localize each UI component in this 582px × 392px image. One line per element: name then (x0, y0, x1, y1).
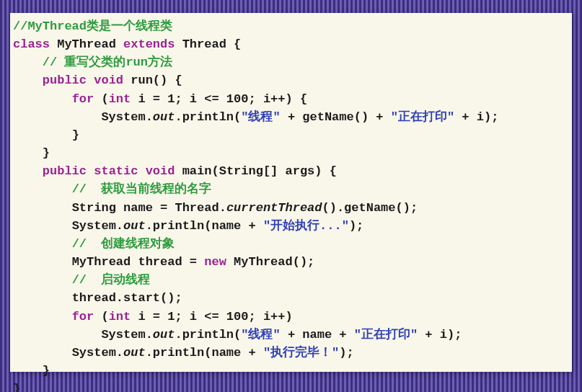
indent (13, 201, 72, 215)
code-text: Thread { (175, 37, 241, 51)
code-text: ); (339, 346, 353, 360)
keyword: static (94, 164, 138, 178)
code-text: i = 1; i <= 100; i++) (131, 310, 292, 324)
keyword: for (72, 310, 94, 324)
comment: // 启动线程 (72, 273, 151, 287)
code-line: public static void main(String[] args) { (13, 162, 569, 180)
string-literal: "执行完毕！" (263, 346, 339, 360)
keyword: void (94, 74, 123, 87)
indent (13, 128, 72, 142)
code-text: System. (72, 346, 123, 360)
code-text: } (43, 364, 50, 378)
indent (13, 346, 72, 360)
code-text: ().getName(); (322, 201, 418, 215)
code-line: thread.start(); (13, 289, 569, 307)
code-line: System.out.println(name + "执行完毕！"); (13, 344, 569, 362)
code-text: System. (101, 110, 152, 124)
indent (13, 55, 43, 69)
keyword: public (43, 74, 87, 87)
indent (13, 182, 72, 196)
string-literal: "开始执行..." (263, 219, 349, 233)
code-line: for (int i = 1; i <= 100; i++) { (13, 90, 569, 108)
code-text (87, 74, 94, 87)
code-line: } (13, 362, 569, 380)
indent (13, 255, 72, 269)
string-literal: "正在打印" (391, 110, 454, 124)
code-line: String name = Thread.currentThread().get… (13, 199, 569, 217)
keyword: void (146, 164, 175, 178)
code-text (87, 164, 94, 178)
code-text: .println(name + (146, 219, 263, 233)
code-text: + i); (454, 110, 498, 124)
code-text: ( (94, 92, 108, 106)
code-text: main(String[] args) { (175, 164, 336, 178)
code-text: } (72, 128, 79, 142)
code-line: // 获取当前线程的名字 (13, 180, 569, 198)
code-text: System. (72, 219, 123, 233)
code-line: System.out.println("线程" + getName() + "正… (13, 108, 569, 126)
code-line: // 重写父类的run方法 (13, 53, 569, 71)
static-field: out (123, 346, 146, 360)
keyword: public (43, 164, 87, 178)
keyword: int (109, 310, 131, 324)
code-text (138, 164, 145, 178)
code-text: MyThread(); (226, 255, 314, 269)
code-line: } (13, 126, 569, 144)
string-literal: "正在打印" (354, 328, 418, 342)
keyword: class (13, 37, 50, 51)
string-literal: "线程" (241, 110, 280, 124)
code-line: MyThread thread = new MyThread(); (13, 253, 569, 271)
code-text: + getName() + (281, 110, 391, 124)
indent (13, 328, 101, 342)
indent (13, 146, 43, 160)
comment: // 重写父类的run方法 (43, 55, 172, 69)
keyword: for (72, 92, 94, 106)
indent (13, 164, 43, 178)
code-line: public void run() { (13, 71, 569, 89)
code-line: class MyThread extends Thread { (13, 35, 569, 53)
indent (13, 110, 101, 124)
indent (13, 291, 72, 305)
code-text: .println( (175, 110, 241, 124)
code-text: MyThread (50, 37, 123, 51)
indent (13, 310, 72, 324)
code-text: ); (349, 219, 363, 233)
code-text: thread.start(); (72, 291, 182, 305)
code-text: + name + (281, 328, 354, 342)
code-text: } (13, 382, 20, 392)
keyword: new (204, 255, 226, 269)
indent (13, 92, 72, 106)
code-line: } (13, 144, 569, 162)
static-method: currentThread (226, 201, 322, 215)
code-text: .println( (175, 328, 241, 342)
static-field: out (153, 110, 175, 124)
static-field: out (123, 219, 146, 233)
comment: // 创建线程对象 (72, 237, 175, 251)
code-line: for (int i = 1; i <= 100; i++) (13, 308, 569, 326)
indent (13, 74, 43, 87)
code-text: run() { (123, 74, 182, 87)
indent (13, 219, 72, 233)
code-line: // 创建线程对象 (13, 235, 569, 253)
code-line: System.out.println(name + "开始执行..."); (13, 217, 569, 235)
code-text: i = 1; i <= 100; i++) { (131, 92, 307, 106)
code-text: String name = Thread. (72, 201, 226, 215)
code-line: } (13, 380, 569, 392)
keyword: extends (123, 37, 175, 51)
indent (13, 364, 43, 378)
code-text: MyThread thread = (72, 255, 205, 269)
code-line: // 启动线程 (13, 271, 569, 289)
string-literal: "线程" (241, 328, 280, 342)
keyword: int (109, 92, 131, 106)
code-text: } (43, 146, 50, 160)
code-text: ( (94, 310, 108, 324)
code-text: System. (101, 328, 152, 342)
indent (13, 273, 72, 287)
code-line: System.out.println("线程" + name + "正在打印" … (13, 326, 569, 344)
code-line: //MyThread类是一个线程类 (13, 17, 569, 35)
code-text: .println(name + (146, 346, 263, 360)
indent (13, 237, 72, 251)
code-block: //MyThread类是一个线程类 class MyThread extends… (10, 13, 572, 372)
code-text: + i); (418, 328, 462, 342)
static-field: out (153, 328, 175, 342)
